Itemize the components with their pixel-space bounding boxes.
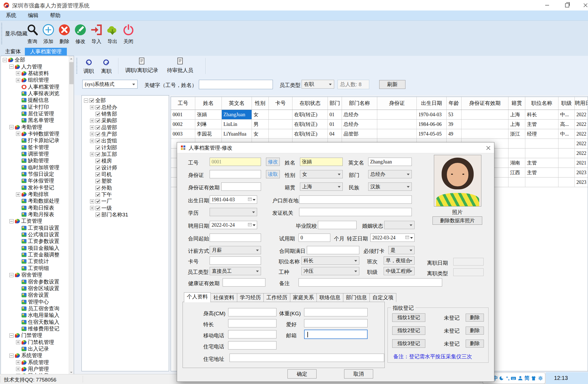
- tree-item[interactable]: 销售部: [82, 111, 169, 117]
- table-cell[interactable]: 李园花: [195, 129, 222, 139]
- tab-social-security[interactable]: 社保资料: [210, 293, 237, 302]
- fingerprint-delete-button[interactable]: 删除: [466, 314, 484, 322]
- tree-item[interactable]: 一级: [82, 205, 169, 211]
- probation-input[interactable]: 0: [299, 234, 330, 242]
- column-header[interactable]: 卡号: [269, 97, 292, 110]
- column-header[interactable]: 身份证: [377, 97, 417, 110]
- table-cell[interactable]: 1984-06-06: [417, 120, 447, 129]
- column-header[interactable]: 出生日期: [417, 97, 447, 110]
- checkbox[interactable]: [96, 172, 100, 177]
- expander-icon[interactable]: [90, 152, 94, 156]
- column-header[interactable]: 部门名称: [342, 97, 377, 110]
- tree-item[interactable]: 加工部: [82, 151, 169, 158]
- work-type-select[interactable]: 冲压: [301, 267, 359, 275]
- table-cell[interactable]: [508, 178, 525, 187]
- tree-item[interactable]: 管理中心: [1, 298, 69, 305]
- table-cell[interactable]: [269, 129, 292, 139]
- contract-start-input[interactable]: [210, 234, 261, 242]
- table-cell[interactable]: 经理: [525, 129, 558, 139]
- remark-input[interactable]: [299, 278, 442, 287]
- hire-date-picker[interactable]: 2022-01-24: [210, 221, 257, 229]
- table-cell[interactable]: [525, 178, 558, 187]
- table-cell[interactable]: 上海: [508, 120, 525, 129]
- tree-item[interactable]: 门禁机管理: [1, 339, 69, 345]
- table-cell[interactable]: [558, 168, 575, 178]
- table-cell[interactable]: 2022: [575, 129, 588, 139]
- tree-item[interactable]: 工资明细: [1, 265, 69, 272]
- table-cell[interactable]: [558, 158, 575, 168]
- table-cell[interactable]: [269, 120, 292, 129]
- tree-item[interactable]: 司机: [82, 171, 169, 178]
- import-button[interactable]: 导入: [88, 22, 104, 45]
- table-cell[interactable]: ZhangJuan: [222, 110, 252, 120]
- table-row[interactable]: 0003李园花LiYuanHua女在职(转正)04品管部1974-05-0549…: [171, 129, 588, 139]
- expander-icon[interactable]: [16, 132, 20, 136]
- tab-work-history[interactable]: 工作经历: [263, 293, 290, 302]
- expander-icon[interactable]: [9, 65, 14, 69]
- tree-item[interactable]: 下午: [82, 191, 169, 198]
- tab-contact-info[interactable]: 联络信息: [317, 293, 343, 302]
- tab-custom-fields[interactable]: 自定义项: [370, 293, 396, 302]
- checkbox[interactable]: [96, 213, 100, 217]
- transfer-button[interactable]: 调职: [81, 58, 97, 75]
- checkbox[interactable]: [96, 112, 100, 116]
- column-header[interactable]: 性别: [252, 97, 269, 110]
- tree-item[interactable]: 塑胶: [82, 178, 169, 184]
- tree-item[interactable]: 全部: [1, 57, 69, 63]
- expander-icon[interactable]: [9, 354, 14, 358]
- issuing-authority-input[interactable]: [299, 208, 412, 216]
- expander-icon[interactable]: [90, 105, 94, 109]
- tree-item[interactable]: 调班管理: [1, 151, 69, 157]
- punct-icon[interactable]: °,: [506, 375, 510, 381]
- menu-edit[interactable]: 编辑: [22, 10, 44, 20]
- must-punch-select[interactable]: 是: [388, 246, 415, 254]
- table-cell[interactable]: [558, 149, 575, 158]
- tree-item[interactable]: 居住证管理: [1, 110, 69, 117]
- gender-select[interactable]: 女: [300, 170, 343, 178]
- expander-icon[interactable]: [16, 340, 20, 344]
- job-rank-select[interactable]: 中级工程师: [384, 267, 415, 275]
- tree-item[interactable]: 宿舍区域设置: [1, 285, 69, 292]
- table-cell[interactable]: 主管: [525, 120, 558, 129]
- tree-item[interactable]: 设计师: [82, 164, 169, 171]
- checkbox[interactable]: [96, 145, 100, 150]
- tree-item[interactable]: 一厂: [82, 198, 169, 205]
- export-button[interactable]: 导出: [104, 22, 120, 45]
- table-cell[interactable]: 张娟: [195, 110, 222, 120]
- tree-item[interactable]: 全部: [82, 97, 169, 104]
- table-cell[interactable]: 0003: [171, 129, 195, 139]
- keyword-input[interactable]: [199, 80, 273, 89]
- dialog-close-icon[interactable]: [485, 145, 491, 151]
- education-select[interactable]: [210, 208, 257, 216]
- column-header[interactable]: 部门: [328, 97, 342, 110]
- emp-type-select[interactable]: 直接员工: [210, 267, 261, 275]
- table-cell[interactable]: 科长: [525, 110, 558, 120]
- column-header[interactable]: 工号: [171, 97, 195, 110]
- tree-item[interactable]: 出入记录: [1, 346, 69, 352]
- tab-personal-info[interactable]: 个人资料: [184, 292, 211, 302]
- tree-item[interactable]: 工资参数设置: [1, 238, 69, 245]
- add-button[interactable]: 添加: [40, 22, 56, 45]
- name-input[interactable]: 张娟: [300, 158, 343, 166]
- expander-icon[interactable]: [90, 206, 94, 210]
- column-header[interactable]: 英文名: [222, 97, 252, 110]
- tree-item[interactable]: 维修费用登记: [1, 325, 69, 332]
- employee-type-select[interactable]: 在职: [302, 80, 334, 89]
- shirt-icon[interactable]: [531, 375, 536, 381]
- table-cell[interactable]: 女: [252, 110, 269, 120]
- home-phone-input[interactable]: [228, 341, 276, 349]
- tree-item[interactable]: 外勤: [82, 184, 169, 191]
- moon-icon[interactable]: [499, 375, 505, 381]
- tree-item[interactable]: 年休假管理: [1, 178, 69, 184]
- checkbox[interactable]: [96, 152, 100, 157]
- refresh-button[interactable]: 刷新: [379, 80, 405, 89]
- read-id-button[interactable]: 读取: [266, 170, 280, 178]
- en-name-input[interactable]: ZhangJuan: [368, 158, 412, 166]
- expander-icon[interactable]: [84, 99, 88, 103]
- cancel-button[interactable]: 取消: [344, 369, 373, 378]
- tree-item[interactable]: 公式项目设置: [1, 231, 69, 238]
- jian-icon[interactable]: 简: [524, 375, 530, 381]
- table-cell[interactable]: 上海: [508, 110, 525, 120]
- ok-button[interactable]: 确定: [288, 369, 317, 378]
- table-cell[interactable]: 刘琳: [195, 120, 222, 129]
